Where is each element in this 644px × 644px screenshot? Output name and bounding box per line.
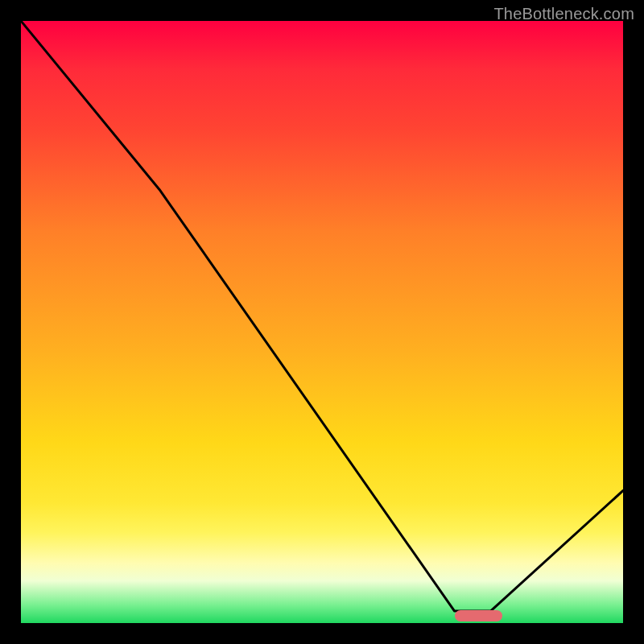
chart-frame: TheBottleneck.com bbox=[0, 0, 644, 644]
watermark-text: TheBottleneck.com bbox=[493, 5, 634, 23]
bottleneck-curve bbox=[21, 21, 623, 623]
plot-area bbox=[21, 21, 623, 623]
optimal-range-marker bbox=[455, 610, 503, 621]
